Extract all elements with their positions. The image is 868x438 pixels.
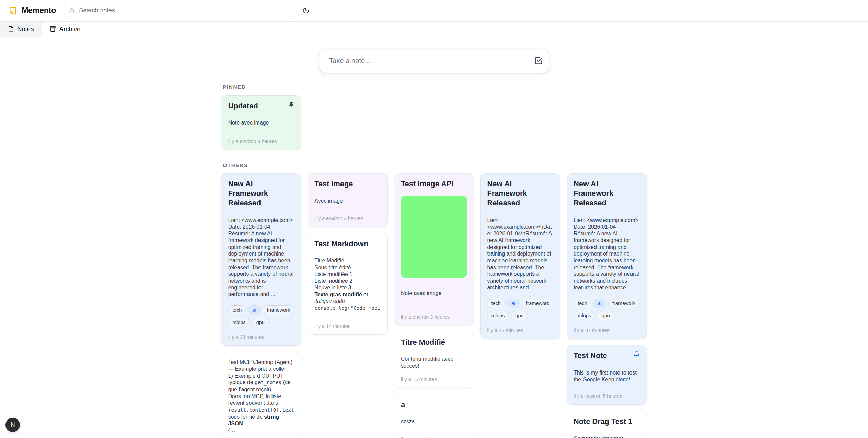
tag-ai[interactable]: ai [507,299,520,308]
tag-list: tech ai framework mlops gpu [487,291,553,320]
note-card-drag-test[interactable]: Note Drag Test 1 Content for drag test i… [567,411,647,438]
note-card-a[interactable]: a szsza il y a 16 minutes [394,394,474,438]
tag-framework[interactable]: framework [608,299,640,308]
note-title: Test Image API [401,179,467,189]
brand: Memento [9,6,56,15]
note-content: Contenu modifié avec succès! [401,356,467,369]
note-timestamp: il y a 14 minutes [314,316,381,329]
tag-tech[interactable]: tech [228,305,246,315]
user-avatar[interactable]: N [5,418,20,432]
note-timestamp: il y a 23 minutes [487,320,553,333]
note-card-test-image-api[interactable]: Test Image API Note avec image il y a en… [394,173,474,325]
grid-column-1: New AI Framework Released Lien: <www.exa… [221,173,301,438]
note-title: New AI Framework Released [228,179,294,208]
note-content: Lien: <www.example.com> Date: 2026-01-04… [228,217,294,298]
note-title: Note Drag Test 1 [574,417,640,426]
note-card-mcp-cleanup[interactable]: Test MCP Cleanup (Agent) — Exemple prêt … [221,352,301,438]
theme-toggle-button[interactable] [301,5,311,16]
note-timestamp: il y a environ 5 heures [574,386,640,399]
note-composer [319,49,549,73]
note-title: New AI Framework Released [574,179,640,208]
search-box [64,4,293,17]
pinned-section-label: PINNED [223,84,647,90]
archive-icon [49,26,56,32]
grid-column-5: New AI Framework Released Lien: <www.exa… [567,173,647,438]
note-timestamp: il y a 14 minutes [228,434,294,438]
search-icon [69,8,75,14]
tab-archive[interactable]: Archive [42,22,88,37]
note-content: Note avec image [228,119,294,126]
sticky-note-icon [9,6,18,15]
note-card-updated[interactable]: Updated Note avec image il y a environ 3… [221,95,301,150]
tag-ai[interactable]: ai [248,305,261,315]
avatar-initial: N [11,421,15,428]
tag-list: tech ai framework mlops gpu [574,291,640,320]
note-card-new-ai-framework-1[interactable]: New AI Framework Released Lien: <www.exa… [221,173,301,346]
file-icon [8,26,14,32]
tag-tech[interactable]: tech [574,299,591,308]
note-content: Lien: <www.example.com>\nDate: 2026-01-0… [487,217,553,291]
grid-column-3: Test Image API Note avec image il y a en… [394,173,474,438]
note-card-new-ai-framework-2[interactable]: New AI Framework Released Lien: <www.exa… [480,173,560,339]
note-title: Test Image [314,179,381,189]
note-image-green [401,196,467,278]
tag-gpu[interactable]: gpu [252,318,269,327]
note-content: Titre ModifiéSous-titre éditéListe modif… [314,257,381,311]
pinned-row: Updated Note avec image il y a environ 3… [221,95,647,150]
note-title: a [401,400,467,410]
others-section-label: OTHERS [223,162,647,168]
tab-bar: Notes Archive [0,22,868,37]
note-title: Titre Modifié [401,338,467,347]
search-input[interactable] [79,7,288,14]
tab-notes-label: Notes [17,25,34,33]
tag-mlops[interactable]: mlops [228,318,250,327]
note-content: This is my first note to test the Google… [574,369,640,383]
note-content: Content for drag test [574,435,640,438]
app-header: Memento [0,0,868,22]
tab-archive-label: Archive [59,25,81,33]
note-timestamp: il y a environ 3 heures [401,307,467,320]
bell-icon[interactable] [633,351,640,357]
tag-gpu[interactable]: gpu [511,311,528,321]
check-square-icon [534,57,543,65]
tag-gpu[interactable]: gpu [598,311,614,321]
tag-ai[interactable]: ai [593,299,606,308]
tag-list: tech ai framework mlops gpu [228,298,294,327]
pin-icon[interactable] [288,101,294,107]
note-timestamp: il y a 37 minutes [574,320,640,333]
note-content: Test MCP Cleanup (Agent) — Exemple prêt … [228,359,294,434]
note-timestamp: il y a 16 minutes [401,430,467,438]
note-card-test-markdown[interactable]: Test Markdown Titre ModifiéSous-titre éd… [308,233,388,335]
note-title: Test Markdown [314,239,381,249]
tag-mlops[interactable]: mlops [574,311,595,321]
tag-framework[interactable]: framework [522,299,553,308]
note-card-titre-modifie[interactable]: Titre Modifié Contenu modifié avec succè… [394,332,474,388]
note-timestamp: il y a 15 minutes [401,369,467,382]
note-timestamp: il y a environ 3 heures [228,131,294,144]
note-card-new-ai-framework-3[interactable]: New AI Framework Released Lien: <www.exa… [567,173,647,339]
app-window: Memento Notes Archive [0,0,868,438]
note-timestamp: il y a environ 3 heures [314,209,381,221]
grid-column-2: Test Image Avec image il y a environ 3 h… [308,173,388,335]
tag-tech[interactable]: tech [487,299,505,308]
note-content: Lien: <www.example.com> Date: 2026-01-04… [574,217,640,291]
note-content: Avec image [314,198,381,204]
notes-grid: New AI Framework Released Lien: <www.exa… [221,173,647,438]
tag-framework[interactable]: framework [263,305,294,315]
composer-input[interactable] [328,56,533,65]
note-timestamp: il y a 23 minutes [228,327,294,340]
tab-notes[interactable]: Notes [0,22,42,37]
note-title: Updated [228,101,258,111]
moon-icon [302,7,310,14]
note-title: Test Note [574,351,607,360]
note-content: szsza [401,418,467,425]
note-content: Note avec image [401,290,467,297]
grid-column-4: New AI Framework Released Lien: <www.exa… [480,173,560,339]
new-checklist-button[interactable] [533,55,544,67]
note-title: New AI Framework Released [487,179,553,208]
tag-mlops[interactable]: mlops [487,311,509,321]
note-card-test-note[interactable]: Test Note This is my first note to test … [567,345,647,405]
note-card-test-image[interactable]: Test Image Avec image il y a environ 3 h… [308,173,388,227]
app-title: Memento [22,6,56,15]
